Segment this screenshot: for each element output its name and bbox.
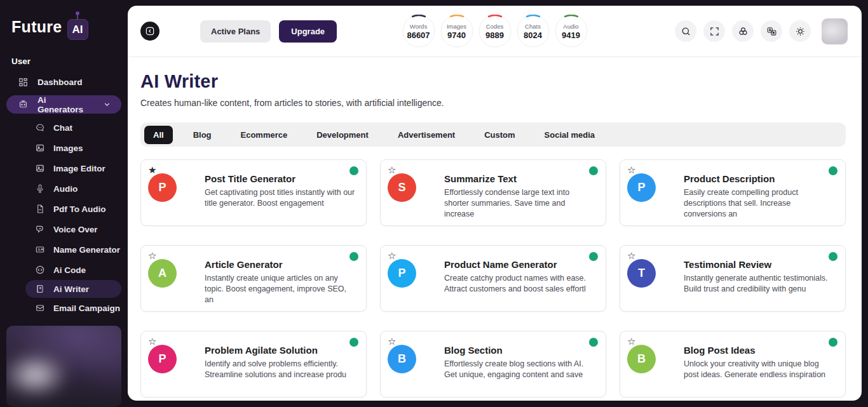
sidebar-item-chat[interactable]: Chat [0,117,128,138]
pdf-file-icon [35,204,45,214]
card-body: Post Title Generator Get captivating pos… [205,160,356,209]
card-post-title-generator[interactable]: ★ P Post Title Generator Get captivating… [140,159,367,226]
sidebar-item-label: Dashboard [37,77,83,87]
main-panel: Active Plans Upgrade Words 86607 Images … [128,6,862,401]
collapse-sidebar-icon [145,26,155,36]
sidebar-item-label: Voice Over [53,225,98,234]
sidebar-item-label: Name Generator [53,245,120,255]
image-editor-icon [35,163,45,173]
language-button[interactable] [761,20,782,42]
card-description: Easily create compelling product descrip… [684,187,835,220]
sidebar-item-label: Audio [53,184,78,194]
stat-label: Chats [517,23,550,30]
card-letter-avatar: A [148,259,177,288]
card-description: Create catchy product names with ease. A… [444,273,595,295]
fullscreen-button[interactable] [703,20,725,42]
sidebar-item-audio[interactable]: Audio [0,178,128,199]
sidebar-item-pdf-to-audio[interactable]: Pdf To Audio [0,199,128,219]
card-title: Blog Section [444,345,595,356]
sidebar-promo-image[interactable] [6,326,121,407]
chevron-down-icon [103,100,111,109]
card-blog-post-ideas[interactable]: ☆ B Blog Post Ideas Unlock your creativi… [620,331,846,397]
card-body: Blog Post Ideas Unlock your creativity w… [684,331,835,380]
sidebar-collapse-button[interactable] [140,22,159,41]
code-icon [35,265,45,275]
tab-advertisement[interactable]: Advertisement [389,126,464,144]
stat-words: Words 86607 [402,15,435,48]
coins-icon [738,26,749,37]
card-body: Product Description Easily create compel… [684,160,835,220]
sidebar-item-ai-generators[interactable]: Ai Generators [6,95,121,114]
status-dot [589,252,598,261]
sidebar-item-voice-over[interactable]: Voice Over [0,219,128,239]
sun-icon [795,26,806,37]
sidebar-item-label: Ai Code [53,265,86,275]
promo-blur-graphic [6,326,121,407]
usage-stats: Words 86607 Images 9740 Codes 9889 Chats… [402,15,588,48]
fullscreen-icon [709,26,720,37]
card-letter-avatar: P [148,345,177,373]
tab-ecommerce[interactable]: Ecommerce [232,126,297,144]
sidebar-item-ai-writer[interactable]: Ai Writer [25,280,121,298]
sidebar-item-images[interactable]: Images [0,138,128,158]
stat-codes: Codes 9889 [478,15,512,48]
tab-blog[interactable]: Blog [184,126,220,144]
upgrade-button[interactable]: Upgrade [279,20,337,43]
card-blog-section[interactable]: ☆ B Blog Section Effortlessly create blo… [380,331,606,397]
sidebar-item-ai-code[interactable]: Ai Code [0,260,128,280]
card-letter-avatar: P [627,173,656,202]
card-body: Article Generator Instantly create uniqu… [205,246,356,305]
status-dot [829,338,837,347]
card-body: Summarize Text Effortlessly condense lar… [444,160,595,220]
writer-icon [35,284,45,294]
sidebar-item-label: Ai Writer [53,284,89,294]
stat-audio: Audio 9419 [555,15,588,48]
sidebar-item-label: Email Campaign [53,304,120,313]
tab-all[interactable]: All [144,126,173,144]
tab-social-media[interactable]: Social media [536,126,604,144]
active-plans-button[interactable]: Active Plans [200,20,271,43]
status-dot [349,166,358,175]
card-title: Product Name Generator [444,259,595,270]
sidebar-item-dashboard[interactable]: Dashboard [0,72,128,91]
card-product-description[interactable]: ☆ P Product Description Easily create co… [620,159,846,226]
stat-label: Codes [478,23,512,30]
topbar-actions [675,18,848,44]
card-title: Product Description [684,173,835,184]
sidebar-item-label: Chat [53,123,72,133]
topbar: Active Plans Upgrade Words 86607 Images … [128,6,862,57]
theme-toggle-button[interactable] [789,20,811,42]
stat-value: 9419 [555,30,588,40]
card-title: Post Title Generator [205,173,356,184]
search-button[interactable] [675,20,696,42]
card-description: Effortlessly create blog sections with A… [444,359,595,380]
card-letter-avatar: T [627,259,656,288]
card-body: Blog Section Effortlessly create blog se… [444,331,595,380]
card-letter-avatar: P [148,173,177,202]
card-testimonial-review[interactable]: ☆ T Testimonial Review Instantly generat… [620,245,846,312]
card-body: Testimonial Review Instantly generate au… [684,246,835,295]
credits-button[interactable] [732,20,754,42]
tab-custom[interactable]: Custom [475,126,524,144]
card-article-generator[interactable]: ☆ A Article Generator Instantly create u… [140,245,367,312]
stat-label: Audio [555,23,588,30]
sidebar-item-name-generator[interactable]: Name Generator [0,239,128,260]
card-title: Problem Agilate Solution [205,345,356,356]
card-description: Instantly create unique articles on any … [205,273,356,305]
card-title: Blog Post Ideas [684,345,835,356]
status-dot [829,252,837,261]
status-dot [589,338,598,347]
name-card-icon [35,244,45,255]
card-description: Unlock your creativity with unique blog … [684,359,835,380]
images-icon [35,143,45,153]
status-dot [349,338,358,347]
sidebar-item-email-campaign[interactable]: Email Campaign [0,298,128,318]
card-summarize-text[interactable]: ☆ S Summarize Text Effortlessly condense… [380,159,606,226]
card-product-name-generator[interactable]: ☆ P Product Name Generator Create catchy… [380,245,606,312]
brand-logo: Future AI [0,0,128,40]
stat-chats: Chats 8024 [517,15,550,48]
tab-development[interactable]: Development [308,126,377,144]
sidebar-item-image-editor[interactable]: Image Editor [0,158,128,178]
user-avatar[interactable] [822,18,848,44]
card-problem-agilate-solution[interactable]: ☆ P Problem Agilate Solution Identify an… [140,331,367,397]
